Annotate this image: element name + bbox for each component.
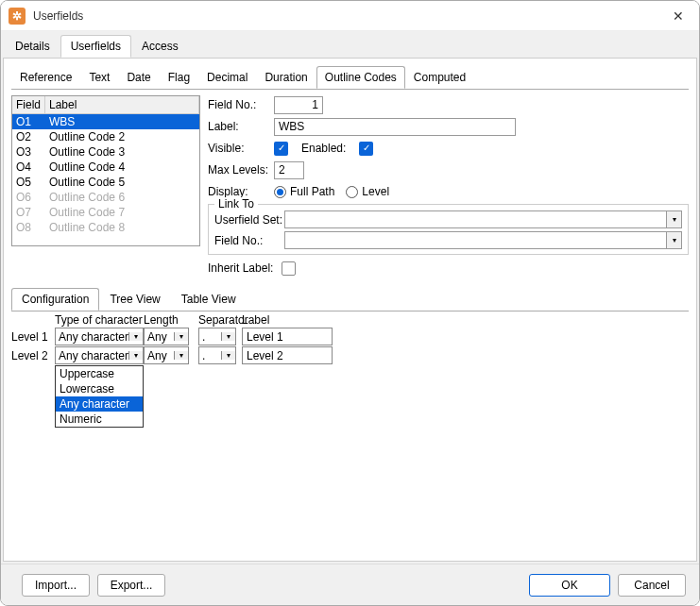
chevron-down-icon[interactable]: ▾ <box>128 332 143 341</box>
row-level-name: Level 1 <box>11 330 55 344</box>
link-field-no-combo[interactable]: ▾ <box>284 231 682 249</box>
configuration-grid: Type of character Length Separator Label… <box>11 311 689 364</box>
config-tabs: Configuration Tree View Table View <box>11 288 689 311</box>
link-to-group: Link To Userfield Set: ▾ Field No.: <box>208 204 689 255</box>
tab-table-view[interactable]: Table View <box>171 288 247 311</box>
tab-duration[interactable]: Duration <box>256 66 316 89</box>
chevron-down-icon[interactable]: ▾ <box>174 332 188 341</box>
chevron-down-icon[interactable]: ▾ <box>221 351 235 360</box>
window-title: Userfields <box>33 9 665 23</box>
level-label-input[interactable] <box>242 346 333 364</box>
list-item[interactable]: O6Outline Code 6 <box>12 190 199 205</box>
level-label-input[interactable] <box>242 328 333 345</box>
separator-select[interactable]: .▾ <box>198 328 236 345</box>
dropdown-option[interactable]: Lowercase <box>56 381 143 396</box>
import-button[interactable]: Import... <box>22 574 90 597</box>
chevron-down-icon[interactable]: ▾ <box>174 351 188 360</box>
dropdown-option[interactable]: Uppercase <box>56 366 143 381</box>
list-item[interactable]: O5Outline Code 5 <box>12 175 199 190</box>
inherit-label-label: Inherit Label: <box>208 261 282 275</box>
grid-header: Type of character Length Separator Label <box>11 313 689 327</box>
field-no-input[interactable] <box>274 96 323 114</box>
label-label: Label: <box>208 120 274 133</box>
userfields-panel: Reference Text Date Flag Decimal Duratio… <box>3 58 697 562</box>
list-item[interactable]: O7Outline Code 7 <box>12 205 199 220</box>
max-levels-input[interactable] <box>274 161 304 179</box>
tab-computed[interactable]: Computed <box>405 66 474 89</box>
visible-checkbox[interactable]: ✓ <box>274 142 288 156</box>
field-list-header: Field Label <box>12 96 199 114</box>
table-row: Level 2 Any character▾ Any▾ .▾ <box>11 346 689 364</box>
userfield-set-label: Userfield Set: <box>214 213 284 227</box>
tab-date[interactable]: Date <box>118 66 159 89</box>
header-separator: Separator <box>198 313 242 327</box>
content-area: Details Userfields Access Reference Text… <box>1 31 699 564</box>
tab-tree-view[interactable]: Tree View <box>99 288 170 311</box>
outer-tabs: Details Userfields Access <box>1 31 699 58</box>
dropdown-option[interactable]: Any character <box>56 396 143 412</box>
level-label: Level <box>362 185 389 198</box>
tab-configuration[interactable]: Configuration <box>11 288 99 311</box>
label-input[interactable] <box>274 118 516 136</box>
chevron-down-icon[interactable]: ▾ <box>666 232 681 248</box>
chevron-down-icon[interactable]: ▾ <box>128 351 143 360</box>
full-path-radio[interactable] <box>274 186 286 198</box>
length-select[interactable]: Any▾ <box>144 346 189 364</box>
type-select[interactable]: Any character▾ <box>55 346 144 364</box>
app-icon: ✲ <box>9 8 26 25</box>
titlebar: ✲ Userfields ✕ <box>1 1 699 31</box>
ok-button[interactable]: OK <box>529 574 610 597</box>
tab-details[interactable]: Details <box>5 35 60 58</box>
row-level-name: Level 2 <box>11 349 55 362</box>
inner-tabs-divider <box>11 89 689 90</box>
dialog-footer: Import... Export... OK Cancel <box>1 564 699 605</box>
chevron-down-icon[interactable]: ▾ <box>666 211 681 227</box>
max-levels-label: Max Levels: <box>208 163 274 177</box>
type-dropdown[interactable]: Uppercase Lowercase Any character Numeri… <box>55 365 144 428</box>
list-item[interactable]: O1WBS <box>12 114 199 129</box>
close-icon[interactable]: ✕ <box>665 8 691 24</box>
tab-userfields[interactable]: Userfields <box>60 35 131 58</box>
display-label: Display: <box>208 185 274 198</box>
level-radio[interactable] <box>346 186 358 198</box>
enabled-checkbox[interactable]: ✓ <box>359 142 373 156</box>
inner-tabs: Reference Text Date Flag Decimal Duratio… <box>11 66 689 89</box>
tab-access[interactable]: Access <box>131 35 189 58</box>
field-no-label: Field No.: <box>208 98 274 111</box>
upper-section: Field Label O1WBS O2Outline Code 2 O3Out… <box>11 95 689 280</box>
list-item[interactable]: O2Outline Code 2 <box>12 129 199 144</box>
header-length: Length <box>144 313 189 327</box>
export-button[interactable]: Export... <box>97 574 165 597</box>
table-row: Level 1 Any character▾ Any▾ .▾ <box>11 328 689 345</box>
visible-label: Visible: <box>208 142 274 155</box>
type-select[interactable]: Any character▾ <box>55 328 144 345</box>
list-item[interactable]: O3Outline Code 3 <box>12 144 199 160</box>
enabled-label: Enabled: <box>301 142 346 155</box>
full-path-label: Full Path <box>290 185 334 198</box>
list-item[interactable]: O8Outline Code 8 <box>12 220 199 235</box>
inherit-label-checkbox[interactable] <box>282 261 296 276</box>
header-label: Label <box>242 313 336 327</box>
tab-flag[interactable]: Flag <box>160 66 198 89</box>
link-to-legend: Link To <box>214 197 258 210</box>
userfield-set-combo[interactable]: ▾ <box>284 210 682 228</box>
userfields-dialog: ✲ Userfields ✕ Details Userfields Access… <box>0 0 700 606</box>
length-select[interactable]: Any▾ <box>144 328 189 345</box>
dropdown-option[interactable]: Numeric <box>56 412 143 427</box>
cancel-button[interactable]: Cancel <box>618 574 686 597</box>
field-list[interactable]: Field Label O1WBS O2Outline Code 2 O3Out… <box>11 95 200 246</box>
properties-panel: Field No.: Label: Visible: ✓ Enabled: ✓ <box>208 95 689 280</box>
tab-text[interactable]: Text <box>80 66 118 89</box>
list-item[interactable]: O4Outline Code 4 <box>12 160 199 175</box>
header-label: Label <box>45 96 199 113</box>
header-field: Field <box>12 96 45 113</box>
header-type: Type of character <box>55 313 144 327</box>
chevron-down-icon[interactable]: ▾ <box>221 332 235 341</box>
tab-outline-codes[interactable]: Outline Codes <box>316 66 405 89</box>
tab-decimal[interactable]: Decimal <box>198 66 256 89</box>
tab-reference[interactable]: Reference <box>11 66 80 89</box>
link-field-no-label: Field No.: <box>214 234 284 247</box>
separator-select[interactable]: .▾ <box>198 346 236 364</box>
